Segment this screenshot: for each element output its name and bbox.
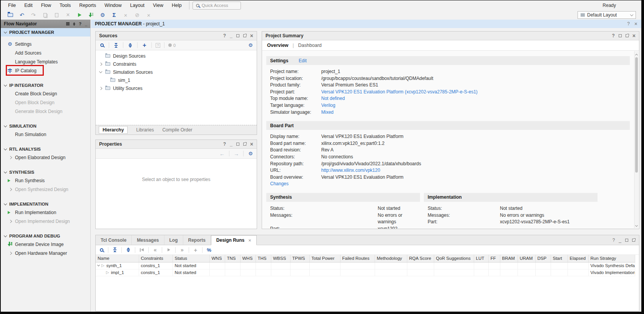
project-part-link[interactable]: Versal VPK120 ES1 Evaluation Platform (x… <box>321 89 478 96</box>
col-lut[interactable]: LUT <box>474 255 488 262</box>
tab-dashboard[interactable]: Dashboard <box>298 43 322 48</box>
target-language-link[interactable]: Verilog <box>321 102 335 109</box>
col-start[interactable]: Start <box>551 255 568 262</box>
tree-node-design-sources[interactable]: Design Sources <box>96 52 257 60</box>
float-icon[interactable] <box>243 34 246 37</box>
float-icon[interactable] <box>626 34 629 37</box>
menu-reports[interactable]: Reports <box>75 1 100 10</box>
col-elapsed[interactable]: Elapsed <box>568 255 588 262</box>
help-icon[interactable]: ? <box>627 21 630 27</box>
collapse-all-icon[interactable] <box>112 247 118 253</box>
expand-collapse-icon[interactable] <box>73 22 75 26</box>
sidebar-item-ip-catalog[interactable]: IP Catalog <box>1 66 90 75</box>
redo-icon[interactable]: ↷ <box>28 11 39 19</box>
search-icon[interactable] <box>98 247 105 253</box>
settings-edit-link[interactable]: Edit <box>299 58 307 63</box>
tab-tcl-console[interactable]: Tcl Console <box>96 235 132 245</box>
collapse-all-icon[interactable] <box>113 42 119 48</box>
col-uram[interactable]: URAM <box>518 255 535 262</box>
sidebar-item-language-templates[interactable]: Language Templates <box>1 57 90 66</box>
scrollbar-thumb[interactable] <box>635 57 638 173</box>
float-icon[interactable] <box>243 143 246 146</box>
collapse-all-icon[interactable] <box>66 22 70 26</box>
quick-access-search[interactable]: Quick Access <box>193 2 241 10</box>
table-row-synth-1[interactable]: ▷synth_1 constrs_1 Not started Vivado Sy… <box>96 262 635 269</box>
tree-node-simulation-sources[interactable]: Simulation Sources <box>96 68 257 76</box>
sources-panel-header[interactable]: Sources ? _ × <box>96 32 257 40</box>
maximize-icon[interactable] <box>236 34 239 37</box>
chevron-down-icon[interactable] <box>99 70 102 73</box>
col-tns[interactable]: TNS <box>225 255 240 262</box>
help-icon[interactable]: ? <box>79 22 81 26</box>
col-qor-suggestions[interactable]: QoR Suggestions <box>434 255 474 262</box>
sidebar-item-run-simulation[interactable]: Run Simulation <box>1 130 90 139</box>
help-icon[interactable]: ? <box>612 33 614 38</box>
menu-view[interactable]: View <box>149 1 168 10</box>
col-ths[interactable]: THS <box>256 255 271 262</box>
tree-node-constraints[interactable]: Constraints <box>96 60 257 68</box>
create-run-icon[interactable]: + <box>193 247 199 253</box>
scroll-down-icon[interactable] <box>635 224 638 227</box>
close-icon[interactable]: × <box>632 33 636 38</box>
sidebar-section-ip-integrator[interactable]: IP INTEGRATOR <box>1 81 90 89</box>
col-tpws[interactable]: TPWS <box>290 255 309 262</box>
delete-icon[interactable]: × <box>62 11 74 19</box>
properties-panel-header[interactable]: Properties ? _ × <box>96 140 257 149</box>
table-row-impl-1[interactable]: ▷impl_1 constrs_1 Not started Vivado Imp… <box>96 269 635 276</box>
col-total-power[interactable]: Total Power <box>309 255 340 262</box>
menu-window[interactable]: Window <box>100 1 126 10</box>
copy-icon[interactable] <box>39 11 51 19</box>
maximize-icon[interactable] <box>236 143 239 146</box>
sidebar-item-open-elaborated-design[interactable]: Open Elaborated Design <box>1 153 90 162</box>
help-icon[interactable]: ? <box>223 33 226 38</box>
simulator-language-link[interactable]: Mixed <box>321 109 334 116</box>
close-icon[interactable]: × <box>634 21 637 27</box>
chevron-right-icon[interactable] <box>99 86 102 90</box>
minimize-icon[interactable]: _ <box>230 142 232 146</box>
col-status[interactable]: Status <box>173 255 209 262</box>
sigma-report-icon[interactable]: Σ <box>108 11 120 19</box>
add-sources-icon[interactable]: + <box>141 42 148 48</box>
minimize-icon[interactable]: _ <box>85 22 87 26</box>
percent-icon[interactable]: % <box>206 247 212 253</box>
col-constraints[interactable]: Constraints <box>139 255 173 262</box>
tab-messages[interactable]: Messages <box>132 235 164 245</box>
sidebar-item-settings[interactable]: ⚙ Settings <box>1 40 90 48</box>
tab-reports[interactable]: Reports <box>183 235 211 245</box>
menu-file[interactable]: File <box>4 1 20 10</box>
generate-device-image-icon[interactable] <box>85 11 97 19</box>
col-wns[interactable]: WNS <box>209 255 225 262</box>
close-icon[interactable]: × <box>248 238 251 243</box>
sidebar-section-rtl-analysis[interactable]: RTL ANALYSIS <box>1 145 90 153</box>
expand-all-icon[interactable] <box>127 42 133 48</box>
col-whs[interactable]: WHS <box>240 255 256 262</box>
changes-link[interactable]: Changes <box>270 181 289 188</box>
col-bram[interactable]: BRAM <box>500 255 518 262</box>
tab-compile-order[interactable]: Compile Order <box>162 127 192 133</box>
sidebar-item-generate-device-image[interactable]: Generate Device Image <box>1 240 90 249</box>
board-url-link[interactable]: http://www.xilinx.com/vpk120 <box>321 167 380 174</box>
tab-design-runs[interactable]: Design Runs× <box>211 235 257 245</box>
tab-overview[interactable]: Overview <box>267 43 289 48</box>
menu-layout[interactable]: Layout <box>126 1 149 10</box>
col-name[interactable]: Name <box>96 255 139 262</box>
col-run-strategy[interactable]: Run Strategy <box>588 255 635 262</box>
expand-all-icon[interactable] <box>125 247 131 253</box>
gear-icon[interactable]: ⚙ <box>247 151 254 157</box>
tab-log[interactable]: Log <box>164 235 183 245</box>
sidebar-section-program-and-debug[interactable]: PROGRAM AND DEBUG <box>1 232 90 240</box>
sidebar-item-create-block-design[interactable]: Create Block Design <box>1 89 90 98</box>
open-project-icon[interactable] <box>5 11 16 19</box>
chevron-down-icon[interactable] <box>97 264 100 266</box>
sidebar-item-run-implementation[interactable]: Run Implementation <box>1 208 90 217</box>
tab-libraries[interactable]: Libraries <box>136 127 154 133</box>
project-summary-header[interactable]: Project Summary ? × <box>262 32 639 40</box>
undo-icon[interactable]: ↶ <box>16 11 28 19</box>
tab-hierarchy[interactable]: Hierarchy <box>99 126 128 134</box>
minimize-icon[interactable]: _ <box>619 238 621 243</box>
close-icon[interactable]: × <box>250 141 253 147</box>
sidebar-item-open-hardware-manager[interactable]: Open Hardware Manager <box>1 249 90 258</box>
sidebar-section-synthesis[interactable]: SYNTHESIS <box>1 168 90 176</box>
float-icon[interactable] <box>632 239 635 242</box>
col-ff[interactable]: FF <box>488 255 500 262</box>
